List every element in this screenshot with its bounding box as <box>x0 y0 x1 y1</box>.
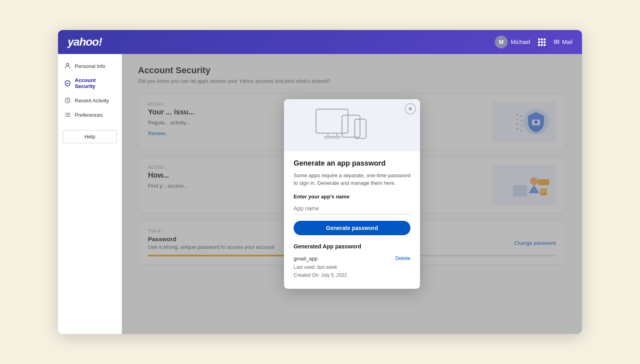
modal-desc: Some apps require a separate, one-time p… <box>294 172 410 187</box>
user-name: Michael <box>511 39 530 45</box>
svg-rect-30 <box>325 136 340 138</box>
yahoo-logo: yahoo! <box>68 36 102 48</box>
svg-point-6 <box>65 114 66 115</box>
app-password-info: gmail_app Last used: last week Created O… <box>294 254 347 280</box>
sidebar-item-personal-info[interactable]: Personal Info <box>58 59 122 73</box>
app-password-modal: ✕ Generate an app password Some apps req… <box>284 99 420 289</box>
app-password-last-used: Last used: last week <box>294 263 347 271</box>
svg-point-7 <box>65 116 66 117</box>
header: yahoo! M Michael ✉ Mail <box>58 30 582 54</box>
sidebar-item-recent-activity[interactable]: Recent Activity <box>58 93 122 108</box>
sidebar-label-preferences: Preferences <box>75 112 103 118</box>
sidebar-label-account-security: Account Security <box>75 77 115 89</box>
clock-icon <box>64 97 71 104</box>
header-right: M Michael ✉ Mail <box>495 36 572 48</box>
mail-button[interactable]: ✉ Mail <box>554 38 572 46</box>
svg-rect-31 <box>342 115 360 137</box>
modal-overlay: ✕ Generate an app password Some apps req… <box>122 54 582 334</box>
delete-app-password-link[interactable]: Delete <box>395 255 410 261</box>
svg-rect-28 <box>316 109 348 133</box>
main-layout: Personal Info Account Security <box>58 54 582 334</box>
shield-icon <box>64 80 71 86</box>
sidebar: Personal Info Account Security <box>58 54 122 334</box>
sidebar-label-personal-info: Personal Info <box>75 63 106 69</box>
app-password-name: gmail_app <box>294 254 347 263</box>
apps-grid-icon[interactable] <box>538 38 546 46</box>
generate-password-button[interactable]: Generate password <box>294 221 410 235</box>
mail-label: Mail <box>562 39 572 45</box>
modal-close-button[interactable]: ✕ <box>405 103 416 114</box>
app-password-row: gmail_app Last used: last week Created O… <box>294 254 410 280</box>
modal-illustration <box>284 99 420 151</box>
avatar: M <box>495 36 508 48</box>
sidebar-item-account-security[interactable]: Account Security <box>58 73 122 93</box>
user-menu[interactable]: M Michael <box>495 36 530 48</box>
modal-body: Generate an app password Some apps requi… <box>284 151 420 289</box>
app-name-input[interactable] <box>294 203 410 214</box>
help-button[interactable]: Help <box>63 130 117 143</box>
mail-icon: ✉ <box>554 38 560 46</box>
list-icon <box>64 112 71 118</box>
modal-title: Generate an app password <box>294 159 410 168</box>
sidebar-label-recent-activity: Recent Activity <box>75 98 109 104</box>
svg-rect-0 <box>66 63 69 66</box>
app-name-label: Enter your app's name <box>294 194 410 200</box>
app-password-created: Created On: July 5, 2022 <box>294 271 347 279</box>
generated-section-title: Generated App password <box>294 243 410 250</box>
sidebar-item-preferences[interactable]: Preferences <box>58 108 122 122</box>
svg-point-5 <box>65 113 66 114</box>
content-area: Account Security Did you know you can le… <box>122 54 582 334</box>
person-icon <box>64 63 71 69</box>
browser-window: yahoo! M Michael ✉ Mail <box>58 30 582 334</box>
